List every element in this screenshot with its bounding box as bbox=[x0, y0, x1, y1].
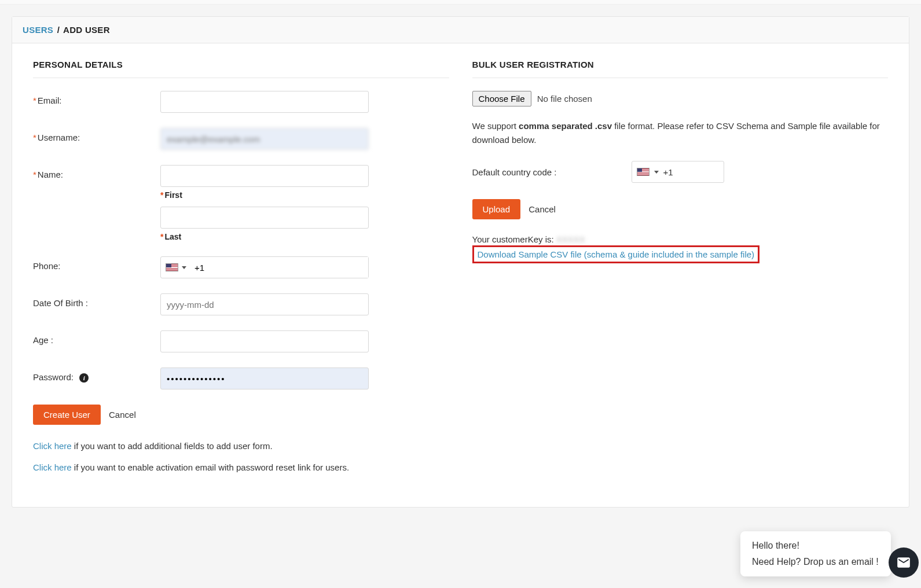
cancel-create-button[interactable]: Cancel bbox=[103, 405, 142, 425]
hint2-link[interactable]: Click here bbox=[33, 462, 72, 472]
page: USERS / ADD USER PERSONAL DETAILS *Email… bbox=[0, 5, 921, 519]
last-sublabel-text: Last bbox=[164, 232, 181, 241]
email-row: *Email: bbox=[33, 91, 449, 113]
us-flag-icon bbox=[166, 263, 178, 271]
email-field[interactable] bbox=[160, 91, 369, 113]
country-code-select[interactable]: +1 bbox=[632, 161, 724, 183]
country-dial-code: +1 bbox=[663, 167, 673, 177]
personal-details-column: PERSONAL DETAILS *Email: *Username: bbox=[33, 60, 449, 484]
hint2-rest: if you want to enable activation email w… bbox=[72, 462, 349, 472]
phone-field-wrap bbox=[160, 256, 369, 278]
phone-label: Phone: bbox=[33, 256, 160, 271]
us-flag-icon bbox=[637, 168, 650, 176]
breadcrumb-current: ADD USER bbox=[63, 25, 110, 35]
download-sample-highlight: Download Sample CSV file (schema & guide… bbox=[472, 245, 760, 263]
top-bar bbox=[0, 0, 921, 5]
personal-details-title: PERSONAL DETAILS bbox=[33, 60, 449, 78]
age-field[interactable] bbox=[160, 330, 369, 352]
customer-key-value: XXXXX bbox=[556, 234, 585, 244]
info-icon[interactable]: i bbox=[79, 373, 89, 383]
file-chooser-row: Choose File No file chosen bbox=[472, 91, 889, 106]
file-status-text: No file chosen bbox=[537, 94, 592, 104]
first-name-field[interactable] bbox=[160, 165, 369, 187]
create-user-actions: Create User Cancel bbox=[33, 405, 449, 425]
email-label-text: Email: bbox=[38, 95, 62, 105]
name-label-text: Name: bbox=[38, 170, 63, 179]
customer-key-line: Your customerKey is: XXXXX bbox=[472, 234, 889, 244]
name-label: *Name: bbox=[33, 165, 160, 179]
username-row: *Username: bbox=[33, 128, 449, 150]
main-panel: USERS / ADD USER PERSONAL DETAILS *Email… bbox=[12, 16, 909, 508]
caret-down-icon bbox=[654, 171, 659, 174]
upload-button[interactable]: Upload bbox=[472, 199, 521, 219]
create-user-button[interactable]: Create User bbox=[33, 405, 101, 425]
phone-field[interactable] bbox=[191, 257, 368, 278]
content-columns: PERSONAL DETAILS *Email: *Username: bbox=[12, 43, 909, 507]
dob-label: Date Of Birth : bbox=[33, 293, 160, 308]
password-field[interactable] bbox=[160, 368, 369, 389]
caret-down-icon bbox=[182, 266, 186, 269]
hint-additional-fields: Click here if you want to add additional… bbox=[33, 441, 449, 451]
choose-file-button[interactable]: Choose File bbox=[472, 91, 531, 106]
age-label: Age : bbox=[33, 330, 160, 345]
first-sublabel-text: First bbox=[164, 190, 182, 200]
password-label-text: Password: bbox=[33, 372, 74, 382]
bulk-title: BULK USER REGISTRATION bbox=[472, 60, 889, 78]
breadcrumb: USERS / ADD USER bbox=[12, 17, 909, 43]
bulk-actions: Upload Cancel bbox=[472, 199, 889, 219]
dob-row: Date Of Birth : bbox=[33, 293, 449, 315]
phone-row: Phone: bbox=[33, 256, 449, 278]
phone-country-select[interactable] bbox=[161, 263, 191, 271]
csv-support-text: We support comma separated .csv file for… bbox=[472, 119, 889, 147]
breadcrumb-users-link[interactable]: USERS bbox=[23, 25, 53, 35]
first-sublabel: *First bbox=[160, 190, 369, 200]
age-row: Age : bbox=[33, 330, 449, 352]
download-sample-link[interactable]: Download Sample CSV file (schema & guide… bbox=[478, 249, 755, 259]
username-field[interactable] bbox=[160, 128, 369, 150]
email-label: *Email: bbox=[33, 91, 160, 105]
name-row: *Name: *First *Last bbox=[33, 165, 449, 241]
support-pre: We support bbox=[472, 121, 519, 131]
cancel-upload-button[interactable]: Cancel bbox=[523, 199, 562, 219]
last-name-field[interactable] bbox=[160, 207, 369, 229]
username-label-text: Username: bbox=[38, 133, 80, 142]
breadcrumb-separator: / bbox=[57, 25, 60, 35]
username-label: *Username: bbox=[33, 128, 160, 142]
password-row: Password: i bbox=[33, 368, 449, 389]
customer-key-label: Your customerKey is: bbox=[472, 234, 556, 244]
hint1-rest: if you want to add additional fields to … bbox=[72, 441, 273, 451]
country-code-label: Default country code : bbox=[472, 167, 632, 177]
support-bold: comma separated .csv bbox=[519, 121, 612, 131]
dob-field[interactable] bbox=[160, 293, 369, 315]
hint1-link[interactable]: Click here bbox=[33, 441, 72, 451]
password-label: Password: i bbox=[33, 368, 160, 383]
default-country-code-row: Default country code : +1 bbox=[472, 161, 889, 183]
bulk-registration-column: BULK USER REGISTRATION Choose File No fi… bbox=[472, 60, 889, 484]
hint-activation-email: Click here if you want to enable activat… bbox=[33, 462, 449, 472]
last-sublabel: *Last bbox=[160, 232, 369, 241]
